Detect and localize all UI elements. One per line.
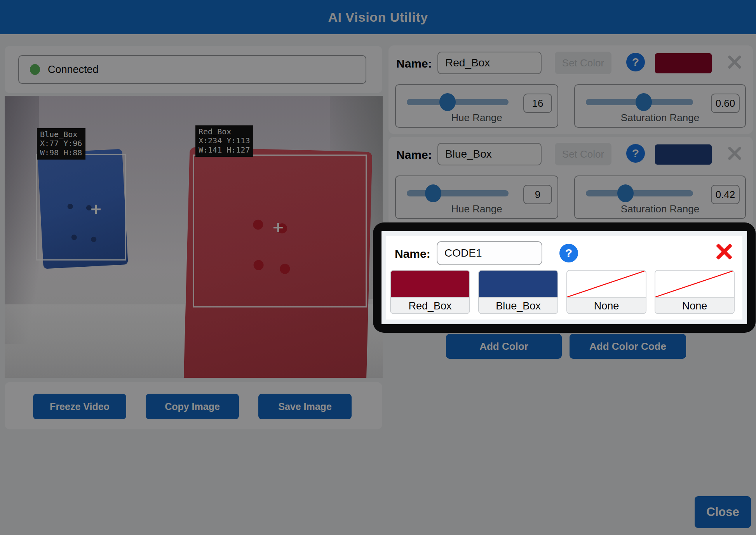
help-icon[interactable]: ? [559,244,578,262]
color-code-modal: Name: ? Red_Box Blue_Box None [373,222,756,333]
color-slot-4-label: None [655,297,734,314]
close-modal-icon[interactable] [716,243,732,260]
color-slot-3-label: None [567,297,646,314]
color-slot-2[interactable]: Blue_Box [478,270,558,314]
none-diagonal-icon [567,271,646,297]
color-slot-1[interactable]: Red_Box [390,270,470,314]
color-slot-3[interactable]: None [566,270,646,314]
color-slot-2-swatch [479,271,557,297]
none-diagonal-icon [655,271,734,297]
color-code-slot-row: Red_Box Blue_Box None [390,270,735,314]
color-slot-4[interactable]: None [655,270,735,314]
color-slot-2-label: Blue_Box [479,297,557,314]
color-slot-1-label: Red_Box [391,297,469,314]
color-code-modal-content: Name: ? Red_Box Blue_Box None [381,231,747,324]
color-code-name-input[interactable] [437,241,542,265]
color-slot-1-swatch [391,271,469,297]
color-slot-3-swatch [567,271,646,297]
color-slot-4-swatch [655,271,734,297]
name-label: Name: [395,247,430,261]
